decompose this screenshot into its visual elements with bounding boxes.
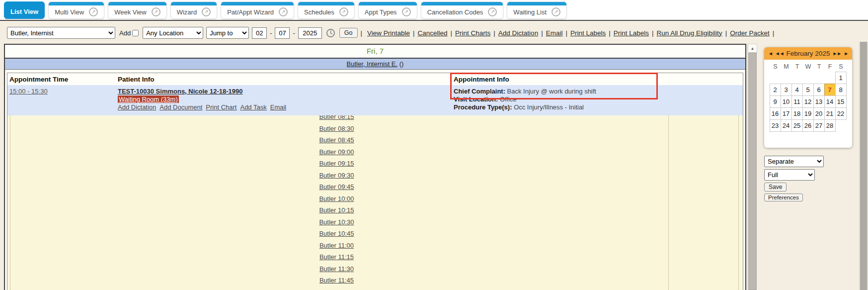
date-day-input[interactable] — [275, 27, 290, 39]
calendar-day[interactable]: 14 — [824, 96, 836, 108]
appointment-time-link[interactable]: 15:00 - 15:30 — [9, 88, 48, 95]
prev-month-icon[interactable]: ◄ — [768, 51, 773, 56]
toolbar-link[interactable]: Run All Drug Eligibility — [657, 29, 722, 37]
view-tab[interactable]: Week View ↗ — [108, 1, 167, 19]
calendar-day[interactable]: 20 — [813, 107, 825, 120]
open-slot-link[interactable]: Butler 08:30 — [7, 123, 666, 135]
save-button[interactable]: Save — [764, 183, 787, 192]
patient-name-link[interactable]: TEST-10030 Simmons, Nicole 12-18-1990 — [118, 88, 242, 95]
calendar-day[interactable]: 22 — [835, 107, 847, 120]
toolbar-link[interactable]: Print Labels — [614, 29, 649, 37]
calendar-day[interactable]: 27 — [813, 119, 825, 132]
open-slot-link[interactable]: Butler 10:30 — [7, 216, 666, 228]
view-mode-select[interactable]: Separate — [764, 156, 824, 167]
clock-icon[interactable] — [326, 28, 335, 38]
toolbar-link[interactable]: Order Packet — [730, 29, 770, 37]
calendar-day[interactable]: 5 — [802, 84, 814, 96]
open-slot-link[interactable]: Butler 11:15 — [7, 251, 666, 263]
open-slot-link[interactable]: Butler 10:15 — [7, 204, 666, 216]
prev-year-icon[interactable]: ◄◄ — [775, 51, 784, 56]
provider-link[interactable]: Butler, Internist E. — [347, 60, 398, 68]
view-tab[interactable]: Cancellation Codes ↗ — [421, 1, 504, 19]
patient-action-link[interactable]: Print Chart — [206, 103, 237, 111]
open-new-window-icon[interactable]: ↗ — [402, 7, 411, 16]
size-select[interactable]: Full — [764, 169, 815, 181]
open-slot-link[interactable]: Butler 11:30 — [7, 263, 666, 275]
calendar-day[interactable] — [835, 119, 847, 132]
calendar-day[interactable]: 13 — [813, 96, 825, 108]
patient-action-link[interactable]: Add Task — [240, 103, 266, 111]
open-new-window-icon[interactable]: ↗ — [488, 7, 497, 16]
calendar-day[interactable]: 8 — [835, 84, 847, 96]
view-tab[interactable]: Multi View ↗ — [48, 1, 104, 19]
open-slot-link[interactable]: Butler 11:00 — [7, 240, 666, 252]
calendar-day[interactable]: 4 — [791, 84, 803, 96]
calendar-day[interactable]: 18 — [791, 107, 803, 120]
next-month-icon[interactable]: ► — [844, 51, 848, 56]
open-slot-link[interactable]: Butler 10:00 — [7, 193, 666, 205]
open-slot-link[interactable]: Butler 09:15 — [7, 158, 666, 170]
date-month-input[interactable] — [252, 27, 267, 39]
location-select[interactable]: Any Location — [143, 27, 203, 39]
open-new-window-icon[interactable]: ↗ — [552, 7, 560, 16]
view-tab[interactable]: Schedules ↗ — [298, 1, 355, 19]
calendar-day[interactable]: 2 — [770, 84, 781, 96]
waiting-room-status-badge[interactable]: Waiting Room (33m) — [118, 96, 179, 103]
calendar-day[interactable]: 16 — [770, 107, 781, 120]
calendar-day[interactable] — [791, 72, 803, 84]
calendar-day[interactable]: 9 — [770, 96, 781, 108]
page-scrollbar[interactable] — [859, 42, 868, 290]
next-year-icon[interactable]: ►► — [832, 51, 841, 56]
calendar-day[interactable]: 7 — [824, 84, 836, 96]
preferences-button[interactable]: Preferences — [764, 193, 803, 201]
view-tab[interactable]: Wizard ↗ — [170, 1, 217, 19]
patient-action-link[interactable]: Add Document — [159, 103, 202, 111]
calendar-day[interactable]: 12 — [802, 96, 814, 108]
date-year-input[interactable] — [298, 27, 322, 39]
open-new-window-icon[interactable]: ↗ — [279, 7, 288, 16]
scroll-up-icon[interactable]: ▲ — [748, 44, 757, 53]
go-button[interactable]: Go — [339, 28, 358, 38]
open-slot-link[interactable]: Butler 08:15 — [7, 115, 666, 123]
calendar-day[interactable]: 1 — [835, 72, 847, 84]
calendar-day[interactable]: 25 — [791, 119, 803, 132]
calendar-day[interactable]: 28 — [824, 119, 836, 132]
toolbar-link[interactable]: Add Dictation — [498, 29, 538, 37]
jump-to-select[interactable]: Jump to — [206, 27, 249, 39]
patient-action-link[interactable]: Add Dictation — [118, 103, 156, 111]
open-new-window-icon[interactable]: ↗ — [152, 7, 160, 16]
calendar-day[interactable]: 3 — [781, 84, 792, 96]
toolbar-link[interactable]: View Printable — [367, 29, 410, 37]
open-slot-link[interactable]: Butler 09:00 — [7, 146, 666, 158]
page-scrollbar-thumb[interactable] — [860, 42, 867, 290]
calendar-day[interactable]: 21 — [824, 107, 836, 120]
open-slot-link[interactable]: Butler 08:45 — [7, 134, 666, 146]
calendar-day[interactable]: 11 — [791, 96, 803, 108]
calendar-day[interactable]: 10 — [781, 96, 792, 108]
calendar-day[interactable]: 23 — [770, 119, 781, 132]
schedule-scrollbar[interactable]: ▲ — [747, 44, 757, 290]
add-checkbox[interactable] — [132, 30, 139, 36]
provider-select[interactable]: Butler, Internist — [7, 27, 115, 39]
toolbar-link[interactable]: Print Charts — [455, 29, 490, 37]
calendar-day[interactable] — [813, 72, 825, 84]
calendar-day[interactable] — [770, 72, 781, 84]
open-new-window-icon[interactable]: ↗ — [202, 7, 211, 16]
view-tab[interactable]: Pat/Appt Wizard ↗ — [221, 1, 294, 19]
view-tab[interactable]: List View ↗ — [4, 1, 45, 19]
open-slot-link[interactable]: Butler 12:00 — [7, 287, 666, 290]
calendar-day[interactable] — [802, 72, 814, 84]
calendar-day[interactable] — [824, 72, 836, 84]
open-slot-link[interactable]: Butler 11:45 — [7, 275, 666, 287]
toolbar-link[interactable]: Email — [546, 29, 563, 37]
calendar-day[interactable]: 19 — [802, 107, 814, 120]
scrollbar-thumb[interactable] — [748, 53, 757, 290]
toolbar-link[interactable]: Print Labels — [570, 29, 606, 37]
open-new-window-icon[interactable]: ↗ — [339, 7, 348, 16]
calendar-day[interactable] — [781, 72, 792, 84]
calendar-day[interactable]: 15 — [835, 96, 847, 108]
calendar-day[interactable]: 24 — [781, 119, 792, 132]
view-tab[interactable]: Appt Types ↗ — [358, 1, 417, 19]
calendar-day[interactable]: 26 — [802, 119, 814, 132]
patient-action-link[interactable]: Email — [270, 103, 287, 111]
